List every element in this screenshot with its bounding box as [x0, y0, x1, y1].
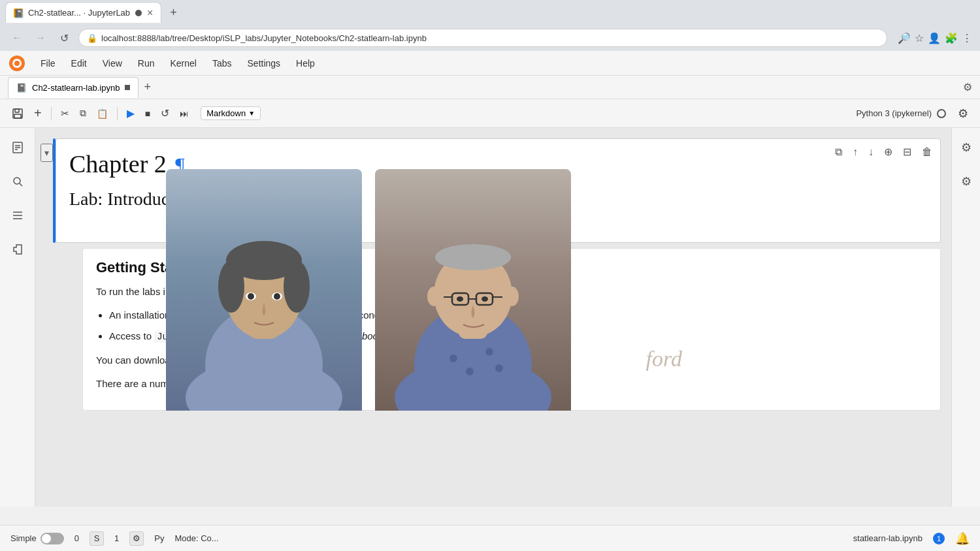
chevron-down-icon: ▼: [248, 110, 255, 117]
sidebar-item-extensions[interactable]: [6, 238, 29, 261]
refresh-button[interactable]: ↺: [55, 29, 73, 47]
restart-button[interactable]: ↺: [157, 104, 173, 122]
filename-status: statlearn-lab.ipynb: [853, 533, 923, 543]
cell-number: 0: [74, 533, 79, 543]
settings-status[interactable]: ⚙: [129, 531, 144, 546]
menu-view[interactable]: View: [96, 55, 129, 71]
menu-edit[interactable]: Edit: [65, 55, 93, 71]
tab-dirty-indicator: [135, 10, 142, 16]
toggle-track[interactable]: [41, 533, 64, 544]
notebook-icon: 📓: [16, 83, 27, 93]
menu-settings[interactable]: Settings: [241, 55, 287, 71]
add-cell-button[interactable]: +: [30, 103, 46, 123]
tab-favicon: 📓: [14, 8, 23, 18]
simple-mode-label: Simple: [10, 533, 37, 543]
right-settings-icon[interactable]: ⚙: [955, 136, 978, 159]
paragraph3: There are a number... ...are j...: [96, 376, 927, 392]
new-tab-button[interactable]: +: [164, 3, 182, 22]
menu-tabs[interactable]: Tabs: [206, 55, 238, 71]
kernel-info: Python 3 (ipykernel): [856, 108, 946, 118]
cell-collapse-button[interactable]: ▾: [41, 144, 53, 162]
cell-add-below-button[interactable]: ⊟: [900, 144, 914, 159]
cell-left-gutter: ▾: [41, 138, 53, 243]
svg-point-10: [14, 178, 20, 184]
copy-button[interactable]: ⧉: [76, 105, 90, 121]
notification-badge[interactable]: 1: [933, 533, 945, 544]
more-icon[interactable]: ⋮: [962, 32, 972, 44]
menu-file[interactable]: File: [34, 55, 62, 71]
notebook-file-tab[interactable]: 📓 Ch2-statlearn-lab.ipynb: [8, 77, 139, 98]
cell-move-down-button[interactable]: ↓: [866, 144, 876, 159]
run-all-button[interactable]: ⏭: [176, 106, 193, 121]
svg-rect-4: [15, 109, 19, 112]
svg-rect-5: [14, 114, 21, 118]
active-tab[interactable]: 📓 Ch2-statlear... · JupyterLab ×: [5, 2, 161, 23]
cell-tools: ⧉ ↑ ↓ ⊕ ⊟ 🗑: [832, 144, 935, 159]
cell-type-status[interactable]: S: [90, 531, 104, 546]
extension-icon[interactable]: 🧩: [945, 32, 958, 44]
mode-status: Mode: Co...: [174, 533, 218, 543]
back-button[interactable]: ←: [8, 29, 26, 47]
bookmark-icon[interactable]: ☆: [915, 32, 924, 44]
save-button[interactable]: [8, 105, 27, 122]
sidebar-item-toc[interactable]: [6, 204, 29, 227]
left-sidebar: [0, 128, 35, 507]
toolbar-sep-1: [51, 107, 52, 120]
unsaved-dot: [125, 85, 130, 90]
browser-icons: 🔎 ☆ 👤 🧩 ⋮: [898, 32, 972, 44]
cell-add-above-button[interactable]: ⊕: [881, 144, 895, 159]
sidebar-item-search[interactable]: [6, 170, 29, 193]
stop-button[interactable]: ■: [141, 106, 154, 121]
tab-title: Ch2-statlear... · JupyterLab: [28, 8, 130, 18]
requirements-list: An installation of Python. We recommend …: [109, 307, 927, 345]
notebook-wrapper: ▾ ⧉ ↑ ↓ ⊕ ⊟ 🗑 Chapter 2 ¶: [35, 138, 951, 411]
kernel-status-label: Py: [154, 533, 164, 543]
cell-content: ⧉ ↑ ↓ ⊕ ⊟ 🗑 Chapter 2 ¶ Lab: Introductio…: [56, 138, 941, 243]
notification-bell[interactable]: 🔔: [955, 531, 970, 546]
notebook-tab-header: 📓 Ch2-statlearn-lab.ipynb + ⚙: [0, 76, 980, 99]
notebook-filename: Ch2-statlearn-lab.ipynb: [32, 83, 120, 93]
paragraph2: You can download an... ...instructions..…: [96, 353, 927, 368]
jupyter-logo: [8, 54, 26, 72]
cell-delete-button[interactable]: 🗑: [919, 144, 935, 159]
svg-line-11: [20, 183, 22, 186]
forward-button[interactable]: →: [31, 29, 50, 47]
cell-type-dropdown[interactable]: Markdown ▼: [201, 106, 261, 120]
right-sidebar: ⚙ ⚙: [951, 128, 980, 507]
run-button[interactable]: ▶: [123, 104, 139, 122]
profile-icon[interactable]: 👤: [928, 32, 941, 44]
status-bar: Simple 0 S 1 ⚙ Py Mode: Co... statlearn-…: [0, 525, 980, 551]
main-layout: ▾ ⧉ ↑ ↓ ⊕ ⊟ 🗑 Chapter 2 ¶: [0, 128, 980, 507]
toolbar-sep-2: [117, 107, 118, 120]
cut-button[interactable]: ✂: [57, 105, 73, 122]
content-cell: Getting Started To run the labs in this …: [82, 248, 941, 411]
menu-help[interactable]: Help: [289, 55, 321, 71]
menu-kernel[interactable]: Kernel: [163, 55, 203, 71]
list-item-jupyter: Access to Jupyte... an interface that ru…: [109, 328, 927, 344]
url-bar[interactable]: 🔒 localhost:8888/lab/tree/Desktop/iSLP_l…: [78, 29, 887, 47]
active-cell: ▾ ⧉ ↑ ↓ ⊕ ⊟ 🗑 Chapter 2 ¶: [41, 138, 941, 243]
paste-button[interactable]: 📋: [93, 106, 112, 121]
tab-close-button[interactable]: ×: [147, 8, 153, 18]
lab-heading: Lab: Introduction to Python: [69, 189, 927, 210]
zoom-icon[interactable]: 🔎: [898, 32, 911, 44]
cell-type-label: Markdown: [206, 108, 246, 118]
cell-count: 1: [114, 533, 119, 543]
toggle-thumb: [42, 534, 51, 543]
pilcrow-symbol: ¶: [175, 153, 185, 177]
menu-bar: File Edit View Run Kernel Tabs Settings …: [0, 51, 980, 76]
chapter-heading: Chapter 2 ¶: [69, 150, 927, 178]
sidebar-item-files[interactable]: [6, 136, 29, 159]
svg-point-2: [14, 61, 20, 66]
cell-copy-button[interactable]: ⧉: [832, 144, 845, 159]
settings-gear-button[interactable]: ⚙: [954, 104, 972, 123]
right-property-icon[interactable]: ⚙: [955, 170, 978, 193]
simple-mode-toggle[interactable]: Simple: [10, 533, 64, 544]
kernel-status-indicator: [937, 109, 946, 118]
menu-run[interactable]: Run: [131, 55, 161, 71]
settings-button-top-right[interactable]: ⚙: [963, 81, 972, 93]
cell-move-up-button[interactable]: ↑: [850, 144, 860, 159]
add-notebook-tab[interactable]: +: [144, 80, 151, 94]
status-right: statlearn-lab.ipynb 1 🔔: [853, 531, 970, 546]
url-text: localhost:8888/lab/tree/Desktop/iSLP_lab…: [101, 33, 427, 43]
